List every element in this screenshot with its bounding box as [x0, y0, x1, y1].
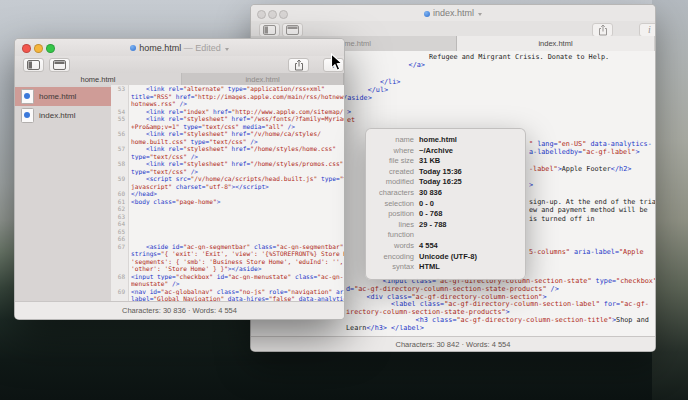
code-line[interactable]: [131, 205, 344, 213]
popover-row-value: 0 - 768: [419, 209, 442, 220]
popover-row: lines29 - 788: [366, 220, 525, 231]
code-line[interactable]: [529, 223, 655, 231]
code-line[interactable]: <h3 class="ac-gf-directory-column-sectio…: [346, 317, 655, 325]
code-line[interactable]: home.built.css" type="text/css" />: [131, 138, 344, 146]
tabbar-toggle-button[interactable]: [49, 58, 70, 72]
code-line[interactable]: </head>: [131, 190, 344, 198]
code-line[interactable]: >: [347, 108, 355, 116]
minimize-button[interactable]: [34, 44, 43, 53]
titlebar[interactable]: index.html: [251, 5, 655, 21]
edited-badge: — Edited: [181, 43, 221, 53]
code-line[interactable]: [529, 190, 655, 198]
popover-row-label: position: [366, 209, 419, 220]
code-line[interactable]: <input type="checkbox" id="ac-gn-menusta…: [131, 273, 344, 281]
code-line[interactable]: </li>: [339, 78, 609, 86]
code-line[interactable]: -label">Apple Footer</h2>: [529, 165, 655, 173]
code-line[interactable]: hotnews.rss" />: [131, 100, 344, 108]
code-line[interactable]: 5-columns" aria-label="Apple: [529, 248, 655, 256]
code-line[interactable]: <aside id="ac-gn-segmentbar" class="ac-g…: [131, 243, 344, 251]
info-button[interactable]: i: [639, 23, 656, 37]
code-editor[interactable]: <link rel="alternate" type="application/…: [129, 85, 344, 302]
code-line[interactable]: [529, 240, 655, 248]
code-line[interactable]: Learn</h3> </label>: [346, 325, 655, 333]
code-line[interactable]: a-labelledby="ac-gf-label">: [529, 148, 655, 156]
tab-home-html[interactable]: home.html: [15, 73, 182, 85]
code-line[interactable]: <nav id="ac-globalnav" class="no-js" rol…: [131, 288, 344, 296]
sidebar-toggle-button[interactable]: [23, 58, 44, 72]
code-line[interactable]: </aside>: [339, 94, 609, 102]
window-home-html: home.html — Edited i home.html index.htm…: [14, 38, 345, 320]
popover-row-label: encoding: [366, 252, 419, 263]
line-number: 54: [111, 108, 128, 116]
code-line[interactable]: type="text/css" />: [131, 168, 344, 176]
popover-row-label: file size: [366, 156, 419, 167]
code-line[interactable]: >: [529, 181, 655, 189]
code-line[interactable]: 'segments': { 'smb': 'Business Store Hom…: [131, 258, 344, 266]
code-block-right[interactable]: " lang="en-US" data-analytics-a-labelled…: [529, 140, 655, 256]
sidebar-item-index-html[interactable]: index.html: [15, 106, 111, 125]
code-line[interactable]: irectory-column-section-state-products">: [346, 309, 655, 317]
popover-row: position0 - 768: [366, 209, 525, 220]
sidebar-item-home-html[interactable]: home.html: [15, 87, 111, 106]
code-line[interactable]: et: [347, 116, 355, 124]
code-line[interactable]: ew and payment method will be: [529, 206, 655, 214]
line-number-gutter: 5354555657585960616263646566676869: [111, 85, 129, 302]
code-line[interactable]: <link rel="alternate" type="application/…: [131, 85, 344, 93]
code-line[interactable]: sign-up. At the end of the trial: [529, 198, 655, 206]
popover-row: createdToday 15:36: [366, 167, 525, 178]
code-line[interactable]: <body class="page-home">: [131, 198, 344, 206]
zoom-button[interactable]: [279, 10, 288, 19]
code-line[interactable]: Refugee and Mirgrant Crisis. Donate to H…: [339, 53, 609, 61]
line-number: 58: [111, 160, 128, 168]
wallpaper-cliff: [652, 0, 688, 400]
tabbar-toggle-button[interactable]: [282, 23, 303, 37]
share-button[interactable]: [288, 58, 309, 72]
code-line[interactable]: [529, 157, 655, 165]
code-line[interactable]: <link rel="stylesheet" href="/wss/fonts/…: [131, 115, 344, 123]
code-line[interactable]: [529, 173, 655, 181]
code-line[interactable]: javascript" charset="utf-8"></script>: [131, 183, 344, 191]
code-line[interactable]: <div class="ac-gf-directory-column-secti…: [346, 294, 655, 302]
file-info-popover: namehome.htmlwhere~/Archivefile size31 K…: [365, 128, 526, 280]
code-line[interactable]: menustate" />: [131, 280, 344, 288]
code-line[interactable]: +Pro&amp;v=1" type="text/css" media="all…: [131, 123, 344, 131]
code-line[interactable]: strings="{ 'exit': 'Exit', 'view': '{%ST…: [131, 250, 344, 258]
proxy-chevron-icon: [478, 13, 482, 16]
code-line[interactable]: <link rel="index" href="http://www.apple…: [131, 108, 344, 116]
code-line[interactable]: </ul>: [339, 86, 609, 94]
html-file-icon: [21, 108, 34, 123]
share-button[interactable]: [592, 23, 613, 37]
code-line[interactable]: </a>: [339, 61, 609, 69]
code-line[interactable]: <label class="ac-gf-directory-column-sec…: [346, 301, 655, 309]
popover-row-value: HTML: [419, 262, 440, 273]
code-line[interactable]: title="RSS" href="http://images.apple.co…: [131, 93, 344, 101]
zoom-button[interactable]: [46, 44, 55, 53]
titlebar[interactable]: home.html — Edited: [15, 39, 344, 56]
code-line[interactable]: <link rel="stylesheet" href="/home/style…: [131, 160, 344, 168]
code-line[interactable]: " lang="en-US" data-analytics-: [529, 140, 655, 148]
tab-index-html[interactable]: index.html: [457, 36, 655, 51]
code-block-top[interactable]: Refugee and Mirgrant Crisis. Donate to H…: [339, 53, 609, 102]
code-block-bottom[interactable]: <input class="ac-gf-directory-column-sec…: [346, 278, 655, 333]
code-line[interactable]: 'other': 'Store Home' } }"></aside>: [131, 265, 344, 273]
code-line[interactable]: <script src="/v/home/ca/scripts/head.bui…: [131, 175, 344, 183]
code-line[interactable]: [131, 220, 344, 228]
code-line[interactable]: [339, 69, 609, 77]
document-proxy-icon: [424, 11, 430, 17]
code-line[interactable]: is turned off in: [529, 215, 655, 223]
close-button[interactable]: [257, 10, 266, 19]
code-line[interactable]: d="ac-gf-directory-column-section-state-…: [346, 286, 655, 294]
sidebar-toggle-button[interactable]: [259, 23, 280, 37]
code-line[interactable]: type="text/css" />: [131, 153, 344, 161]
code-line[interactable]: <link rel="stylesheet" href="/v/home/ca/…: [131, 130, 344, 138]
close-button[interactable]: [22, 44, 31, 53]
code-line[interactable]: [529, 231, 655, 239]
code-line[interactable]: [131, 235, 344, 243]
code-line[interactable]: [131, 213, 344, 221]
tab-index-html[interactable]: index.html: [182, 73, 344, 85]
minimize-button[interactable]: [268, 10, 277, 19]
code-block-edge[interactable]: >et: [347, 108, 355, 125]
toolbar: i: [15, 56, 344, 74]
code-line[interactable]: <link rel="stylesheet" href="/home/style…: [131, 145, 344, 153]
code-line[interactable]: [131, 228, 344, 236]
